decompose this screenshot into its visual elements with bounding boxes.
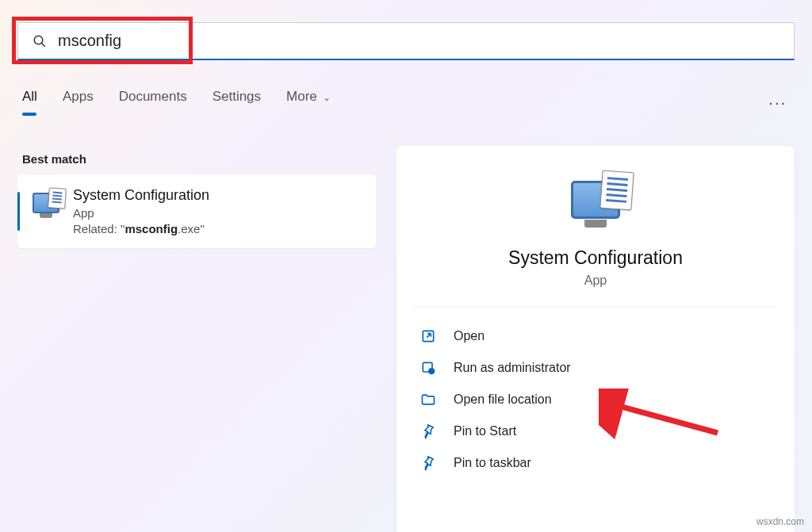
system-configuration-icon	[32, 189, 60, 217]
filter-tabs: All Apps Documents Settings More ⌄ ···	[22, 89, 790, 116]
pin-icon	[420, 455, 436, 471]
result-type: App	[73, 206, 209, 220]
action-open[interactable]: Open	[403, 320, 788, 352]
pin-icon	[420, 423, 436, 439]
search-input[interactable]	[58, 32, 779, 50]
action-label: Open	[454, 329, 485, 343]
detail-type: App	[414, 274, 777, 288]
action-label: Pin to taskbar	[454, 456, 531, 470]
tab-more[interactable]: More ⌄	[286, 89, 330, 116]
tab-apps[interactable]: Apps	[63, 89, 94, 116]
action-open-location[interactable]: Open file location	[403, 384, 788, 415]
svg-point-0	[34, 36, 43, 44]
open-icon	[420, 328, 436, 344]
chevron-down-icon: ⌄	[323, 92, 331, 103]
detail-panel: System Configuration App Open Run as adm…	[396, 146, 795, 532]
action-label: Run as administrator	[454, 361, 571, 375]
action-label: Open file location	[454, 392, 552, 407]
result-title: System Configuration	[73, 187, 209, 204]
result-system-configuration[interactable]: System Configuration App Related: "mscon…	[17, 174, 376, 248]
best-match-heading: Best match	[22, 152, 86, 166]
detail-title: System Configuration	[414, 247, 777, 269]
action-pin-start[interactable]: Pin to Start	[403, 415, 788, 447]
watermark: wsxdn.com	[756, 516, 804, 527]
tab-documents[interactable]: Documents	[119, 89, 187, 116]
tab-all[interactable]: All	[22, 89, 37, 116]
more-options-button[interactable]: ···	[768, 94, 790, 112]
tab-settings[interactable]: Settings	[213, 89, 261, 116]
action-run-admin[interactable]: Run as administrator	[403, 352, 788, 384]
svg-line-1	[41, 43, 45, 47]
folder-icon	[420, 392, 436, 408]
system-configuration-icon	[564, 168, 627, 232]
svg-point-4	[428, 368, 435, 374]
admin-shield-icon	[420, 360, 436, 376]
action-pin-taskbar[interactable]: Pin to taskbar	[403, 447, 788, 479]
action-label: Pin to Start	[454, 424, 516, 438]
result-related: Related: "msconfig.exe"	[73, 222, 209, 235]
search-icon	[33, 34, 47, 48]
search-box[interactable]	[17, 22, 795, 60]
